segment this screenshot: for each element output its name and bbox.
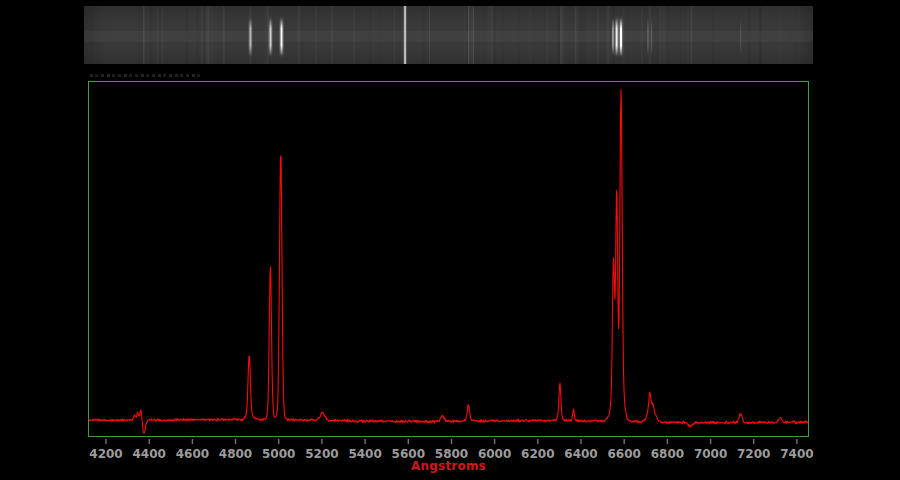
x-axis-label: Angstroms [88, 459, 809, 473]
spectroscopy-display: 4200440046004800500052005400560058006000… [0, 0, 900, 480]
spectrum-curve [89, 82, 808, 436]
2d-spectrum-strip [84, 6, 813, 64]
2d-spectrum-image [84, 6, 813, 64]
1d-spectrum-plot[interactable] [88, 81, 809, 437]
unreadable-caption-smudge [90, 74, 200, 77]
